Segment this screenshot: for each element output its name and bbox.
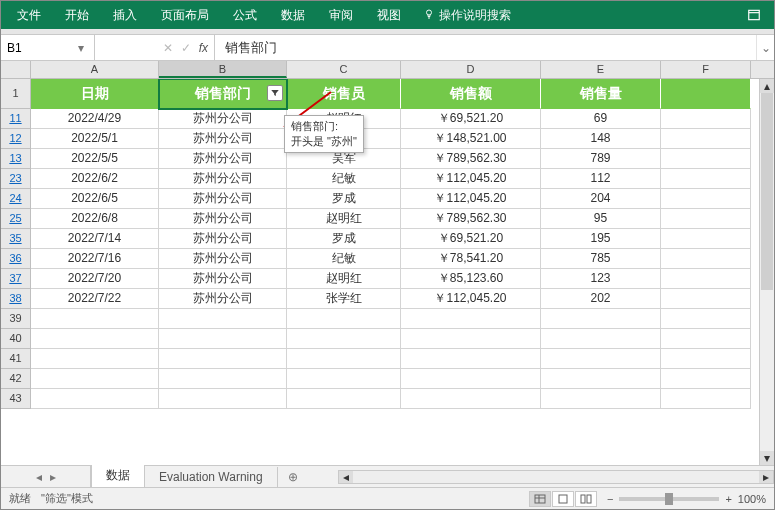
scroll-right-icon[interactable]: ▸	[759, 471, 773, 483]
ribbon-tab-data[interactable]: 数据	[269, 1, 317, 29]
cell[interactable]: 123	[541, 269, 661, 289]
cell[interactable]	[31, 389, 159, 409]
cell[interactable]	[661, 289, 751, 309]
cell[interactable]	[661, 209, 751, 229]
header-cell[interactable]: 销售量	[541, 79, 661, 109]
cell[interactable]: ￥789,562.30	[401, 149, 541, 169]
cell[interactable]	[401, 389, 541, 409]
sheet-tab-inactive[interactable]: Evaluation Warning	[145, 467, 278, 487]
zoom-out-button[interactable]: −	[607, 493, 613, 505]
cell[interactable]	[661, 169, 751, 189]
col-header-f[interactable]: F	[661, 61, 751, 78]
filter-button[interactable]	[267, 85, 283, 101]
row-header[interactable]: 25	[1, 209, 31, 229]
cell[interactable]	[661, 189, 751, 209]
row-header[interactable]: 37	[1, 269, 31, 289]
row-header[interactable]: 13	[1, 149, 31, 169]
header-cell[interactable]: 日期	[31, 79, 159, 109]
scroll-left-icon[interactable]: ◂	[339, 471, 353, 483]
cell[interactable]	[541, 349, 661, 369]
cell[interactable]: 罗成	[287, 229, 401, 249]
cell[interactable]	[287, 309, 401, 329]
name-box[interactable]: ▾	[1, 35, 95, 60]
cell[interactable]	[159, 329, 287, 349]
row-header[interactable]: 39	[1, 309, 31, 329]
cell[interactable]: 罗成	[287, 189, 401, 209]
cell[interactable]: ￥112,045.20	[401, 289, 541, 309]
cell[interactable]	[661, 229, 751, 249]
cell[interactable]	[541, 369, 661, 389]
col-header-c[interactable]: C	[287, 61, 401, 78]
row-header[interactable]: 12	[1, 129, 31, 149]
cell[interactable]	[661, 269, 751, 289]
cell[interactable]: 2022/4/29	[31, 109, 159, 129]
cell[interactable]	[31, 329, 159, 349]
cell[interactable]	[31, 349, 159, 369]
cell[interactable]: ￥112,045.20	[401, 189, 541, 209]
cell[interactable]: ￥85,123.60	[401, 269, 541, 289]
cell[interactable]: 148	[541, 129, 661, 149]
cell[interactable]	[159, 389, 287, 409]
vertical-scrollbar[interactable]: ▴ ▾	[759, 79, 774, 465]
ribbon-tab-file[interactable]: 文件	[5, 1, 53, 29]
cell[interactable]: 2022/6/8	[31, 209, 159, 229]
cell[interactable]	[661, 329, 751, 349]
cell[interactable]: 2022/6/2	[31, 169, 159, 189]
normal-view-icon[interactable]	[529, 491, 551, 507]
cell[interactable]: 纪敏	[287, 169, 401, 189]
cell[interactable]: 2022/7/22	[31, 289, 159, 309]
ribbon-tab-view[interactable]: 视图	[365, 1, 413, 29]
name-box-dropdown-icon[interactable]: ▾	[71, 41, 91, 55]
cell[interactable]	[541, 389, 661, 409]
formula-input[interactable]: 销售部门	[215, 35, 756, 60]
cell[interactable]: 苏州分公司	[159, 109, 287, 129]
page-break-view-icon[interactable]	[575, 491, 597, 507]
cell[interactable]: ￥148,521.00	[401, 129, 541, 149]
col-header-d[interactable]: D	[401, 61, 541, 78]
cell[interactable]	[401, 309, 541, 329]
row-header[interactable]: 24	[1, 189, 31, 209]
cell[interactable]: ￥789,562.30	[401, 209, 541, 229]
row-header[interactable]: 40	[1, 329, 31, 349]
cell[interactable]: 赵明红	[287, 269, 401, 289]
header-cell-selected[interactable]: 销售部门	[159, 79, 287, 109]
accept-icon[interactable]: ✓	[181, 41, 191, 55]
zoom-level[interactable]: 100%	[738, 493, 766, 505]
ribbon-tab-home[interactable]: 开始	[53, 1, 101, 29]
name-box-input[interactable]	[1, 41, 71, 55]
zoom-slider[interactable]	[619, 497, 719, 501]
row-header[interactable]: 41	[1, 349, 31, 369]
cell[interactable]: 204	[541, 189, 661, 209]
cell[interactable]	[541, 329, 661, 349]
col-header-e[interactable]: E	[541, 61, 661, 78]
next-sheet-icon[interactable]: ▸	[50, 470, 56, 484]
cell[interactable]	[31, 309, 159, 329]
collapse-ribbon-icon[interactable]	[734, 1, 774, 29]
cell[interactable]: 112	[541, 169, 661, 189]
ribbon-tab-layout[interactable]: 页面布局	[149, 1, 221, 29]
cell[interactable]	[661, 389, 751, 409]
ribbon-tab-formula[interactable]: 公式	[221, 1, 269, 29]
col-header-b[interactable]: B	[159, 61, 287, 78]
cell[interactable]	[159, 309, 287, 329]
cell[interactable]	[661, 109, 751, 129]
cell[interactable]: 195	[541, 229, 661, 249]
cell[interactable]	[287, 389, 401, 409]
scroll-down-icon[interactable]: ▾	[760, 451, 774, 465]
row-header[interactable]: 36	[1, 249, 31, 269]
cell[interactable]: 张学红	[287, 289, 401, 309]
page-layout-view-icon[interactable]	[552, 491, 574, 507]
cell[interactable]	[287, 349, 401, 369]
cell[interactable]	[401, 329, 541, 349]
empty-header-cell[interactable]	[661, 79, 751, 109]
cell[interactable]: 苏州分公司	[159, 269, 287, 289]
prev-sheet-icon[interactable]: ◂	[36, 470, 42, 484]
row-header[interactable]: 1	[1, 79, 31, 109]
cell[interactable]: ￥112,045.20	[401, 169, 541, 189]
cell[interactable]: 苏州分公司	[159, 289, 287, 309]
sheet-nav[interactable]: ◂ ▸	[1, 466, 91, 487]
vscroll-track[interactable]	[760, 93, 774, 451]
cell[interactable]: 785	[541, 249, 661, 269]
zoom-knob[interactable]	[665, 493, 673, 505]
cell[interactable]: 69	[541, 109, 661, 129]
